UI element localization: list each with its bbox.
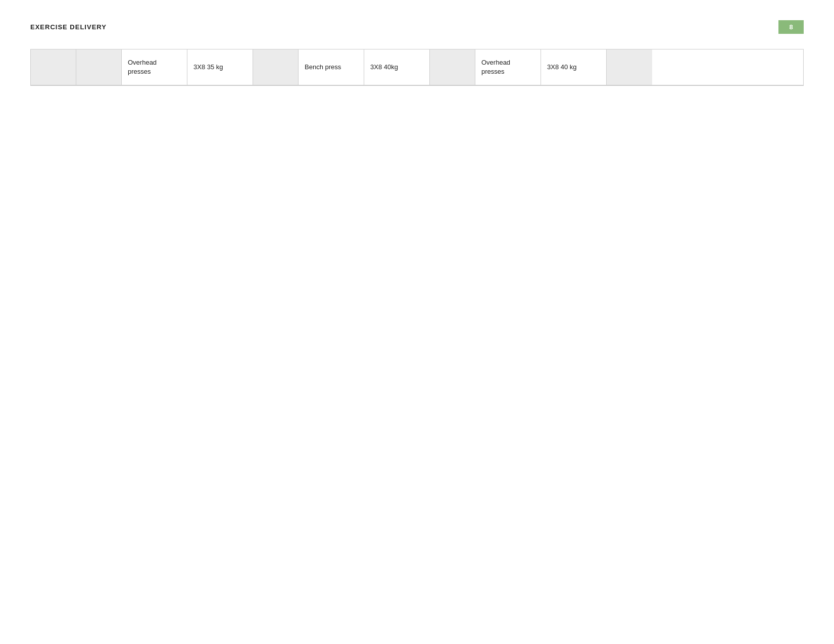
table-row: Overhead presses 3X8 35 kg Bench press 3… [31, 49, 803, 85]
cell-gray-5 [607, 49, 652, 85]
page-container: EXERCISE DELIVERY 8 Overhead presses 3X8… [0, 0, 834, 644]
exercise-1-name: Overhead presses [128, 58, 181, 76]
cell-gray-3 [253, 49, 299, 85]
cell-detail-3: 3X8 40 kg [541, 49, 607, 85]
exercise-3-name: Overhead presses [481, 58, 534, 76]
page-title: EXERCISE DELIVERY [30, 23, 107, 31]
cell-exercise-1: Overhead presses [122, 49, 187, 85]
page-number-badge: 8 [778, 20, 804, 34]
exercise-3-detail: 3X8 40 kg [547, 63, 577, 72]
exercise-2-name: Bench press [305, 63, 341, 72]
exercise-table: Overhead presses 3X8 35 kg Bench press 3… [30, 49, 804, 86]
cell-exercise-2: Bench press [299, 49, 364, 85]
exercise-1-detail: 3X8 35 kg [193, 63, 223, 72]
cell-exercise-3: Overhead presses [475, 49, 541, 85]
cell-gray-2 [76, 49, 122, 85]
header: EXERCISE DELIVERY 8 [30, 20, 804, 34]
cell-detail-1: 3X8 35 kg [187, 49, 253, 85]
cell-gray-4 [430, 49, 475, 85]
cell-detail-2: 3X8 40kg [364, 49, 430, 85]
exercise-2-detail: 3X8 40kg [370, 63, 398, 72]
cell-gray-1 [31, 49, 76, 85]
